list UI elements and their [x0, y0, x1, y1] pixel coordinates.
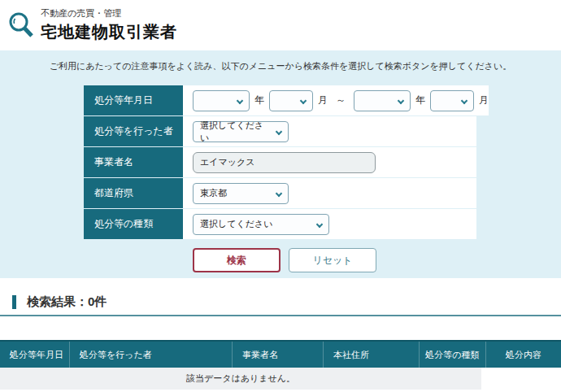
- month-unit-label: 月: [318, 94, 328, 107]
- prefecture-controls: 東京都: [183, 178, 476, 208]
- reset-button[interactable]: リセット: [289, 248, 376, 272]
- results-count-text: 検索結果：0件: [27, 294, 107, 310]
- chevron-down-icon: [276, 189, 282, 196]
- disposition-type-select[interactable]: 選択してください: [193, 214, 329, 235]
- to-year-select[interactable]: [354, 90, 411, 111]
- chevron-down-icon: [237, 97, 243, 103]
- form-row-authority: 処分等を行った者 選択してください: [84, 116, 476, 146]
- results-divider: [0, 315, 561, 316]
- business-name-label: 事業者名: [84, 147, 183, 177]
- from-year-select[interactable]: [193, 90, 250, 111]
- results-table-header: 処分等年月日 処分等を行った者 事業者名 本社住所 処分等の種類 処分内容: [0, 340, 561, 368]
- prefecture-label: 都道府県: [84, 178, 183, 208]
- instruction-text: ご利用にあたっての注意事項をよく読み、以下のメニューから検索条件を選択して検索ボ…: [0, 60, 561, 72]
- form-row-business-name: 事業者名: [84, 147, 476, 177]
- search-button[interactable]: 検索: [193, 248, 280, 272]
- month-unit-label: 月: [479, 94, 489, 107]
- prefecture-select[interactable]: 東京都: [193, 183, 289, 204]
- from-month-select[interactable]: [269, 90, 313, 111]
- year-unit-label: 年: [415, 94, 425, 107]
- heading-accent-bar: [12, 295, 16, 309]
- chevron-down-icon: [316, 220, 323, 227]
- page-header: 不動産の売買・管理 宅地建物取引業者: [0, 0, 561, 50]
- column-header-disposition-detail: 処分内容: [485, 342, 561, 368]
- authority-value: 選択してください: [200, 120, 272, 144]
- results-heading: 検索結果：0件: [12, 294, 561, 310]
- to-month-select[interactable]: [430, 90, 474, 111]
- form-row-disposition-type: 処分等の種類 選択してください: [84, 209, 476, 239]
- search-panel: ご利用にあたっての注意事項をよく読み、以下のメニューから検索条件を選択して検索ボ…: [0, 50, 561, 278]
- disposition-type-controls: 選択してください: [183, 209, 476, 239]
- results-table: 処分等年月日 処分等を行った者 事業者名 本社住所 処分等の種類 処分内容 該当…: [0, 340, 561, 390]
- disposition-type-value: 選択してください: [200, 218, 273, 230]
- page-title: 宅地建物取引業者: [41, 21, 177, 43]
- form-row-prefecture: 都道府県 東京都: [84, 178, 476, 208]
- empty-data-message: 該当データはありません。: [186, 372, 295, 385]
- column-header-authority: 処分等を行った者: [69, 342, 232, 368]
- date-label: 処分等年月日: [84, 85, 183, 115]
- business-name-input[interactable]: [193, 152, 376, 173]
- business-name-controls: [183, 147, 476, 177]
- year-unit-label: 年: [254, 94, 264, 107]
- chevron-down-icon: [398, 97, 404, 103]
- date-controls: 年 月 ～ 年 月: [183, 85, 489, 115]
- column-header-head-office: 本社住所: [323, 342, 419, 368]
- search-logo-icon: [7, 11, 36, 41]
- form-row-date: 処分等年月日 年 月 ～ 年: [84, 85, 476, 115]
- chevron-down-icon: [461, 97, 468, 103]
- column-header-business-name: 事業者名: [232, 342, 323, 368]
- chevron-down-icon: [300, 97, 307, 103]
- empty-data-row: 該当データはありません。: [0, 368, 481, 390]
- search-form: 処分等年月日 年 月 ～ 年: [84, 85, 476, 239]
- column-header-date: 処分等年月日: [0, 342, 69, 368]
- button-row: 検索 リセット: [193, 248, 561, 272]
- authority-controls: 選択してください: [183, 116, 476, 146]
- disposition-type-label: 処分等の種類: [84, 209, 183, 239]
- breadcrumb: 不動産の売買・管理: [41, 7, 177, 20]
- range-separator: ～: [336, 94, 346, 107]
- authority-label: 処分等を行った者: [84, 116, 183, 146]
- column-header-disposition-type: 処分等の種類: [419, 342, 485, 368]
- authority-select[interactable]: 選択してください: [193, 121, 289, 142]
- chevron-down-icon: [276, 128, 282, 134]
- prefecture-value: 東京都: [200, 187, 227, 199]
